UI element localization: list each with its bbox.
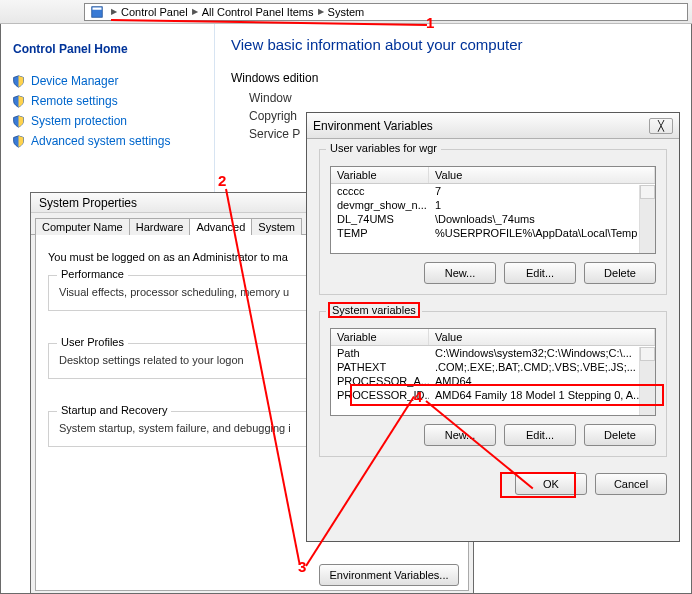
sidebar-item-label: Device Manager bbox=[31, 74, 118, 88]
shield-icon bbox=[11, 114, 25, 128]
svg-rect-1 bbox=[93, 7, 102, 9]
shield-icon bbox=[11, 74, 25, 88]
cancel-button[interactable]: Cancel bbox=[595, 473, 667, 495]
system-variables-label: System variables bbox=[326, 304, 422, 316]
environment-variables-button[interactable]: Environment Variables... bbox=[319, 564, 459, 586]
breadcrumb-all-items[interactable]: All Control Panel Items▶ bbox=[200, 6, 326, 18]
control-panel-home-link[interactable]: Control Panel Home bbox=[13, 42, 202, 56]
sidebar-item-label: System protection bbox=[31, 114, 127, 128]
system-variables-frame: System variables Variable Value PathC:\W… bbox=[319, 311, 667, 457]
scroll-up-icon[interactable] bbox=[640, 185, 655, 199]
tab-advanced[interactable]: Advanced bbox=[189, 218, 252, 235]
sys-delete-button[interactable]: Delete bbox=[584, 424, 656, 446]
system-variables-list[interactable]: Variable Value PathC:\Windows\system32;C… bbox=[330, 328, 656, 416]
chevron-right-icon: ▶ bbox=[109, 7, 119, 16]
scrollbar[interactable] bbox=[639, 347, 655, 415]
sys-new-button[interactable]: New... bbox=[424, 424, 496, 446]
edition-line-1: Window bbox=[249, 91, 675, 105]
section-windows-edition: Windows edition bbox=[231, 71, 675, 85]
sidebar-advanced-system-settings[interactable]: Advanced system settings bbox=[11, 134, 204, 148]
user-new-button[interactable]: New... bbox=[424, 262, 496, 284]
col-value[interactable]: Value bbox=[429, 329, 655, 345]
sidebar-device-manager[interactable]: Device Manager bbox=[11, 74, 204, 88]
tab-system-protection[interactable]: System bbox=[251, 218, 302, 235]
list-row[interactable]: PROCESSOR_A...AMD64 bbox=[331, 374, 655, 388]
group-legend: Performance bbox=[57, 268, 128, 280]
ok-button[interactable]: OK bbox=[515, 473, 587, 495]
group-legend: User Profiles bbox=[57, 336, 128, 348]
list-row[interactable]: TEMP%USERPROFILE%\AppData\Local\Temp bbox=[331, 226, 655, 240]
shield-icon bbox=[11, 134, 25, 148]
breadcrumb-system[interactable]: System bbox=[326, 6, 367, 18]
sidebar-system-protection[interactable]: System protection bbox=[11, 114, 204, 128]
group-legend: Startup and Recovery bbox=[57, 404, 171, 416]
list-row[interactable]: PROCESSOR_ID...AMD64 Family 18 Model 1 S… bbox=[331, 388, 655, 402]
list-header[interactable]: Variable Value bbox=[331, 329, 655, 346]
sys-edit-button[interactable]: Edit... bbox=[504, 424, 576, 446]
scrollbar[interactable] bbox=[639, 185, 655, 253]
user-variables-label: User variables for wgr bbox=[326, 142, 441, 154]
control-panel-icon bbox=[89, 4, 105, 20]
page-title: View basic information about your comput… bbox=[231, 36, 675, 53]
sidebar-remote-settings[interactable]: Remote settings bbox=[11, 94, 204, 108]
user-edit-button[interactable]: Edit... bbox=[504, 262, 576, 284]
list-row-path[interactable]: PathC:\Windows\system32;C:\Windows;C:\..… bbox=[331, 346, 655, 360]
user-variables-list[interactable]: Variable Value ccccc7 devmgr_show_n...1 … bbox=[330, 166, 656, 254]
col-value[interactable]: Value bbox=[429, 167, 655, 183]
breadcrumb-box[interactable]: ▶ Control Panel▶ All Control Panel Items… bbox=[84, 3, 688, 21]
nav-arrows-placeholder bbox=[0, 0, 84, 23]
col-variable[interactable]: Variable bbox=[331, 167, 429, 183]
sidebar-item-label: Advanced system settings bbox=[31, 134, 170, 148]
sidebar-item-label: Remote settings bbox=[31, 94, 118, 108]
tab-computer-name[interactable]: Computer Name bbox=[35, 218, 130, 235]
env-dialog-titlebar[interactable]: Environment Variables ╳ bbox=[307, 113, 679, 139]
user-delete-button[interactable]: Delete bbox=[584, 262, 656, 284]
address-bar: ▶ Control Panel▶ All Control Panel Items… bbox=[0, 0, 692, 24]
shield-icon bbox=[11, 94, 25, 108]
list-row[interactable]: devmgr_show_n...1 bbox=[331, 198, 655, 212]
list-row[interactable]: DL_74UMS\Downloads\_74ums bbox=[331, 212, 655, 226]
list-header[interactable]: Variable Value bbox=[331, 167, 655, 184]
env-dialog-title: Environment Variables bbox=[313, 119, 433, 133]
breadcrumb-control-panel[interactable]: Control Panel▶ bbox=[119, 6, 200, 18]
list-row[interactable]: ccccc7 bbox=[331, 184, 655, 198]
environment-variables-dialog: Environment Variables ╳ User variables f… bbox=[306, 112, 680, 542]
col-variable[interactable]: Variable bbox=[331, 329, 429, 345]
list-row[interactable]: PATHEXT.COM;.EXE;.BAT;.CMD;.VBS;.VBE;.JS… bbox=[331, 360, 655, 374]
scroll-up-icon[interactable] bbox=[640, 347, 655, 361]
user-variables-frame: User variables for wgr Variable Value cc… bbox=[319, 149, 667, 295]
tab-hardware[interactable]: Hardware bbox=[129, 218, 191, 235]
close-icon[interactable]: ╳ bbox=[649, 118, 673, 134]
